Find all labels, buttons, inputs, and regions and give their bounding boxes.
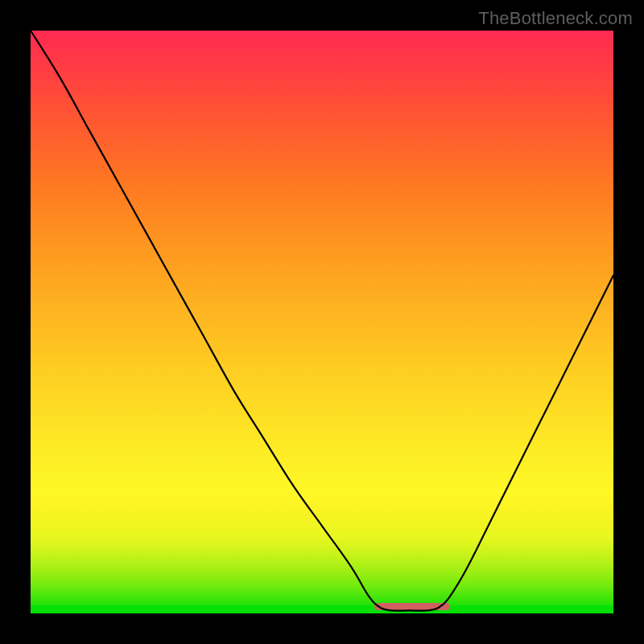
plot-area xyxy=(31,31,613,613)
watermark-text: TheBottleneck.com xyxy=(478,8,633,29)
bottleneck-curve xyxy=(31,31,613,613)
chart-frame: TheBottleneck.com xyxy=(0,0,644,644)
